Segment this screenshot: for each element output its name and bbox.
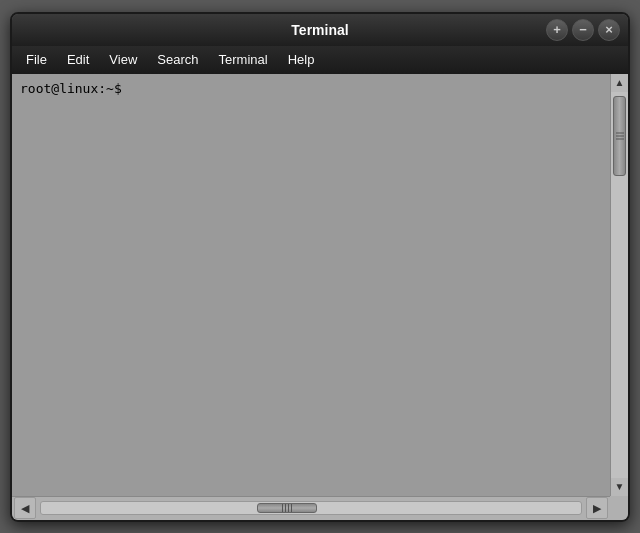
terminal-content[interactable]: root@linux:~$: [12, 74, 610, 496]
scrollbar-horizontal: ◀ ▶: [12, 496, 610, 520]
close-button[interactable]: ×: [598, 19, 620, 41]
scroll-grip-line: [616, 135, 624, 136]
scroll-right-arrow[interactable]: ▶: [586, 497, 608, 519]
menu-edit[interactable]: Edit: [59, 49, 97, 70]
menu-search[interactable]: Search: [149, 49, 206, 70]
scroll-left-arrow[interactable]: ◀: [14, 497, 36, 519]
scroll-track-vertical[interactable]: [611, 92, 628, 478]
bottom-scrollbar-row: ◀ ▶: [12, 496, 628, 520]
terminal-prompt: root@linux:~$: [20, 80, 602, 98]
scroll-thumb-lines: [616, 132, 624, 139]
scroll-grip-line: [288, 504, 289, 512]
scroll-grip-line: [616, 132, 624, 133]
scroll-down-arrow[interactable]: ▼: [611, 478, 629, 496]
minimize-button[interactable]: −: [572, 19, 594, 41]
menu-file[interactable]: File: [18, 49, 55, 70]
scroll-thumb-vertical[interactable]: [613, 96, 626, 176]
menu-help[interactable]: Help: [280, 49, 323, 70]
scroll-track-horizontal[interactable]: [40, 501, 582, 515]
scroll-up-arrow[interactable]: ▲: [611, 74, 629, 92]
window-controls: + − ×: [546, 19, 620, 41]
scroll-thumb-horizontal[interactable]: [257, 503, 317, 513]
scroll-grip-line: [285, 504, 286, 512]
window-title: Terminal: [291, 22, 348, 38]
titlebar: Terminal + − ×: [12, 14, 628, 46]
add-button[interactable]: +: [546, 19, 568, 41]
main-area: root@linux:~$ ▲ ▼: [12, 74, 628, 496]
scroll-grip-line: [616, 138, 624, 139]
menubar: File Edit View Search Terminal Help: [12, 46, 628, 74]
menu-view[interactable]: View: [101, 49, 145, 70]
scrollbar-corner: [610, 496, 628, 520]
scrollbar-vertical: ▲ ▼: [610, 74, 628, 496]
scroll-grip-lines: [282, 504, 292, 512]
terminal-window: Terminal + − × File Edit View Search Ter…: [10, 12, 630, 522]
menu-terminal[interactable]: Terminal: [211, 49, 276, 70]
scroll-grip-line: [291, 504, 292, 512]
scroll-grip-line: [282, 504, 283, 512]
